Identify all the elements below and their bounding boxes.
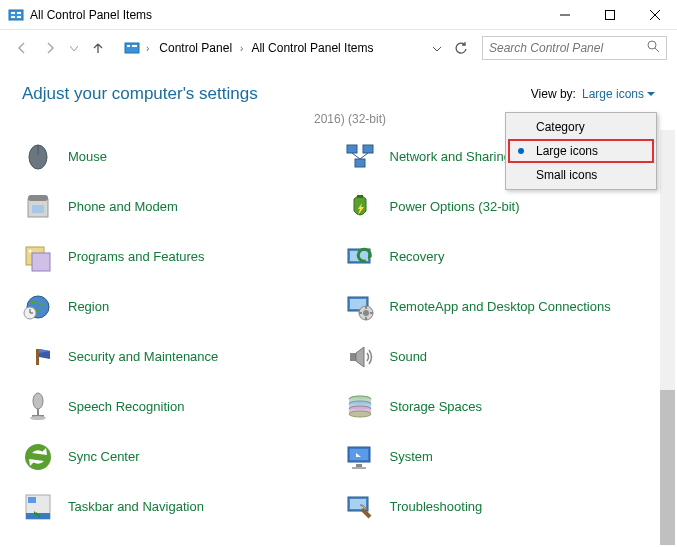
back-button[interactable] xyxy=(10,36,34,60)
cp-item-label: Mouse xyxy=(68,149,107,165)
svg-point-12 xyxy=(648,41,656,49)
app-icon xyxy=(8,7,24,23)
region-icon xyxy=(22,291,54,323)
bullet-icon xyxy=(518,148,524,154)
view-by-menu: Category Large icons Small icons xyxy=(505,112,657,190)
chevron-right-icon[interactable]: › xyxy=(238,43,245,54)
cp-item-label: RemoteApp and Desktop Connections xyxy=(390,299,611,315)
scrollbar-thumb[interactable] xyxy=(660,390,675,545)
search-input[interactable] xyxy=(489,41,647,55)
cp-item-label: Security and Maintenance xyxy=(68,349,218,365)
svg-rect-0 xyxy=(9,10,23,20)
cp-item[interactable]: Recovery xyxy=(344,232,656,282)
cp-item[interactable]: Sync Center xyxy=(22,432,334,482)
cp-item-label: Recovery xyxy=(390,249,445,265)
close-button[interactable] xyxy=(632,0,677,30)
cp-item[interactable]: Troubleshooting xyxy=(344,482,656,532)
menu-item-small-icons[interactable]: Small icons xyxy=(508,163,654,187)
chevron-right-icon[interactable]: › xyxy=(144,43,151,54)
cp-item-label: Troubleshooting xyxy=(390,499,483,515)
svg-line-20 xyxy=(360,153,368,159)
cp-item[interactable]: Mouse xyxy=(22,132,334,182)
remoteapp-icon xyxy=(344,291,376,323)
security-icon xyxy=(22,341,54,373)
page-title: Adjust your computer's settings xyxy=(22,84,258,104)
svg-rect-2 xyxy=(17,12,21,14)
minimize-button[interactable] xyxy=(542,0,587,30)
maximize-button[interactable] xyxy=(587,0,632,30)
cp-item-label: Power Options (32-bit) xyxy=(390,199,520,215)
phone-icon xyxy=(22,191,54,223)
up-button[interactable] xyxy=(86,36,110,60)
forward-button[interactable] xyxy=(38,36,62,60)
svg-rect-6 xyxy=(605,10,614,19)
svg-rect-41 xyxy=(370,312,373,314)
cp-item[interactable]: Storage Spaces xyxy=(344,382,656,432)
svg-line-13 xyxy=(655,48,659,52)
view-by-label: View by: xyxy=(531,87,576,101)
window-controls xyxy=(542,0,677,30)
sound-icon xyxy=(344,341,376,373)
taskbar-icon xyxy=(22,491,54,523)
svg-rect-57 xyxy=(350,449,368,460)
cp-item[interactable]: System xyxy=(344,432,656,482)
cp-item[interactable]: RemoteApp and Desktop Connections xyxy=(344,282,656,332)
power-icon xyxy=(344,191,376,223)
svg-rect-18 xyxy=(355,159,365,167)
view-by: View by: Large icons xyxy=(531,87,655,101)
svg-rect-1 xyxy=(11,12,15,14)
svg-rect-26 xyxy=(32,253,50,271)
refresh-button[interactable] xyxy=(450,41,472,55)
svg-rect-23 xyxy=(32,205,44,213)
address-dropdown[interactable] xyxy=(428,41,446,55)
cp-item[interactable]: Sound xyxy=(344,332,656,382)
svg-rect-42 xyxy=(36,349,39,365)
search-icon[interactable] xyxy=(647,40,660,56)
svg-rect-11 xyxy=(132,45,137,47)
scrollbar[interactable] xyxy=(660,130,675,545)
svg-point-27 xyxy=(29,250,32,253)
programs-icon xyxy=(22,241,54,273)
cp-item[interactable]: Security and Maintenance xyxy=(22,332,334,382)
svg-rect-59 xyxy=(352,467,366,469)
menu-item-large-icons[interactable]: Large icons xyxy=(508,139,654,163)
svg-rect-22 xyxy=(28,195,48,201)
cp-item-label: Speech Recognition xyxy=(68,399,184,415)
svg-point-47 xyxy=(30,416,46,420)
cp-item-label: Programs and Features xyxy=(68,249,205,265)
svg-rect-3 xyxy=(11,16,15,18)
cp-item[interactable]: Speech Recognition xyxy=(22,382,334,432)
cp-item[interactable]: Taskbar and Navigation xyxy=(22,482,334,532)
svg-rect-58 xyxy=(356,464,362,467)
speech-icon xyxy=(22,391,54,423)
history-dropdown[interactable] xyxy=(66,41,82,55)
items-grid: MouseNetwork and Sharing CenterPhone and… xyxy=(22,132,655,532)
svg-rect-40 xyxy=(359,312,362,314)
sync-icon xyxy=(22,441,54,473)
cp-item[interactable]: Phone and Modem xyxy=(22,182,334,232)
svg-rect-45 xyxy=(37,409,39,415)
view-by-dropdown[interactable]: Large icons xyxy=(582,87,655,101)
breadcrumb-all-items[interactable]: All Control Panel Items xyxy=(247,38,377,58)
svg-point-55 xyxy=(25,444,51,470)
cp-item[interactable]: Region xyxy=(22,282,334,332)
troubleshoot-icon xyxy=(344,491,376,523)
svg-rect-9 xyxy=(125,43,139,53)
cp-item-label: Phone and Modem xyxy=(68,199,178,215)
window-title: All Control Panel Items xyxy=(30,8,542,22)
cp-item-label: System xyxy=(390,449,433,465)
svg-rect-38 xyxy=(365,306,367,309)
recovery-icon xyxy=(344,241,376,273)
breadcrumb-control-panel[interactable]: Control Panel xyxy=(155,38,236,58)
cp-item[interactable]: Programs and Features xyxy=(22,232,334,282)
svg-rect-17 xyxy=(363,145,373,153)
svg-line-19 xyxy=(352,153,360,159)
svg-rect-39 xyxy=(365,317,367,320)
address-icon xyxy=(124,40,140,56)
search-box[interactable] xyxy=(482,36,667,60)
cp-item-label: Region xyxy=(68,299,109,315)
storage-icon xyxy=(344,391,376,423)
menu-item-category[interactable]: Category xyxy=(508,115,654,139)
system-icon xyxy=(344,441,376,473)
svg-rect-62 xyxy=(28,497,36,503)
